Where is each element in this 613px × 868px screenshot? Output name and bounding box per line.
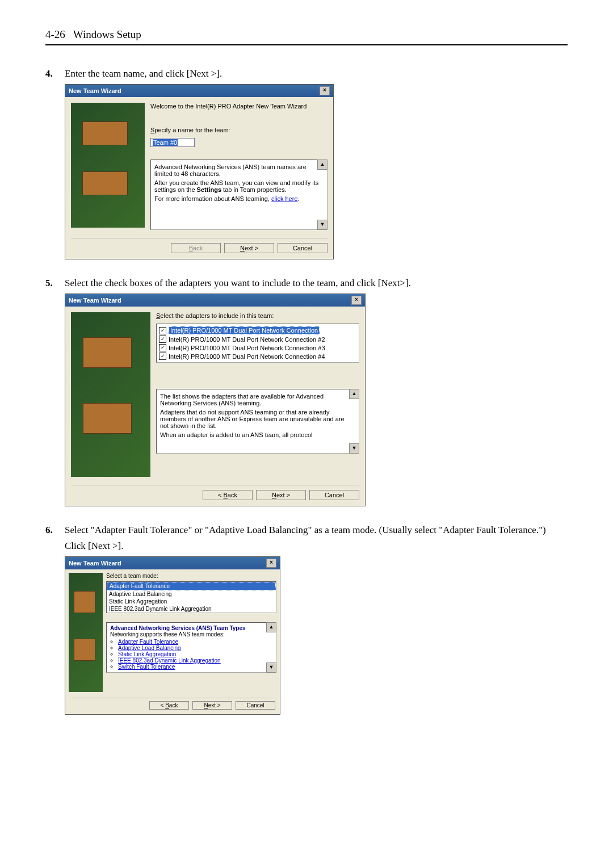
adapter-item-4[interactable]: Intel(R) PRO/1000 MT Dual Port Network C…	[159, 352, 356, 360]
close-icon[interactable]: ×	[351, 296, 362, 305]
checkbox-icon[interactable]	[159, 353, 166, 360]
dialog-title: New Team Wizard	[69, 297, 121, 304]
cancel-button[interactable]: Cancel	[309, 490, 359, 500]
mode-item-aft[interactable]: Adapter Fault Tolerance	[107, 582, 276, 590]
scroll-up-icon[interactable]: ▲	[349, 389, 359, 399]
mode-item-sla[interactable]: Static Link Aggregation	[107, 598, 276, 605]
titlebar: New Team Wizard ×	[65, 557, 280, 569]
page-title: Windows Setup	[73, 28, 141, 40]
help-link-8023ad[interactable]: IEEE 802.3ad Dynamic Link Aggregation	[118, 657, 221, 664]
step-4-number: 4.	[45, 68, 65, 270]
adapters-label: Select the adapters to include in this t…	[156, 312, 359, 319]
new-team-wizard-dialog-1: New Team Wizard × Welcome to the Intel(R…	[65, 84, 334, 259]
cancel-button[interactable]: Cancel	[278, 243, 328, 253]
step-5-text: Select the check boxes of the adapters y…	[65, 278, 568, 289]
help-link-alb[interactable]: Adaptive Load Balancing	[118, 645, 181, 651]
next-button[interactable]: Next >	[224, 243, 274, 253]
adapter-item-1[interactable]: Intel(R) PRO/1000 MT Dual Port Network C…	[159, 326, 356, 335]
adapter-item-2[interactable]: Intel(R) PRO/1000 MT Dual Port Network C…	[159, 335, 356, 343]
adapter-item-3[interactable]: Intel(R) PRO/1000 MT Dual Port Network C…	[159, 343, 356, 352]
scroll-down-icon[interactable]: ▼	[266, 662, 276, 673]
wizard-side-image	[71, 312, 150, 477]
step-5-number: 5.	[45, 278, 65, 517]
ans-info-text: ▲ Advanced Networking Services (ANS) tea…	[150, 160, 328, 230]
mode-item-alb[interactable]: Adaptive Load Balancing	[107, 590, 276, 598]
wizard-side-image	[69, 573, 103, 692]
team-name-label: Specify a name for the team:	[150, 127, 328, 133]
scroll-up-icon[interactable]: ▲	[317, 160, 328, 170]
back-button[interactable]: < Back	[149, 701, 189, 710]
step-6-number: 6.	[45, 525, 65, 725]
next-button[interactable]: Next >	[256, 490, 306, 500]
adapter-info-text: ▲ The list shows the adapters that are a…	[156, 389, 359, 454]
checkbox-icon[interactable]	[159, 336, 166, 343]
new-team-wizard-dialog-2: New Team Wizard × Select the adapters to…	[65, 293, 366, 506]
titlebar: New Team Wizard ×	[65, 294, 365, 307]
next-button[interactable]: Next >	[192, 701, 232, 710]
ans-types-help: ▲ Advanced Networking Services (ANS) Tea…	[106, 622, 276, 673]
dialog-title: New Team Wizard	[69, 87, 121, 94]
scroll-down-icon[interactable]: ▼	[349, 443, 359, 454]
help-link-sla[interactable]: Static Link Aggregation	[118, 651, 176, 657]
team-name-input[interactable]: Team #0	[150, 138, 195, 147]
step-4-text: Enter the team name, and click [Next >].	[65, 68, 568, 79]
welcome-text: Welcome to the Intel(R) PRO Adapter New …	[150, 103, 328, 110]
close-icon[interactable]: ×	[320, 86, 330, 95]
mode-list[interactable]: Adapter Fault Tolerance Adaptive Load Ba…	[106, 581, 276, 613]
close-icon[interactable]: ×	[266, 559, 276, 568]
new-team-wizard-dialog-3: New Team Wizard × Select a team mode: Ad…	[65, 556, 280, 715]
page-number: 4-26	[45, 28, 65, 40]
help-link-sft[interactable]: Switch Fault Tolerance	[118, 664, 175, 670]
wizard-side-image	[71, 103, 145, 228]
help-link-aft[interactable]: Adapter Fault Tolerance	[118, 639, 178, 645]
adapters-list[interactable]: Intel(R) PRO/1000 MT Dual Port Network C…	[156, 324, 359, 363]
mode-item-8023ad[interactable]: IEEE 802.3ad Dynamic Link Aggregation	[107, 605, 276, 613]
click-here-link[interactable]: click here	[271, 195, 297, 202]
scroll-down-icon[interactable]: ▼	[317, 220, 328, 230]
cancel-button[interactable]: Cancel	[236, 701, 275, 710]
scroll-up-icon[interactable]: ▲	[266, 622, 276, 632]
dialog-title: New Team Wizard	[69, 560, 121, 567]
page-header: 4-26 Windows Setup	[45, 28, 568, 41]
header-rule	[45, 44, 568, 45]
mode-label: Select a team mode:	[106, 573, 276, 579]
titlebar: New Team Wizard ×	[65, 85, 333, 97]
step-6-text-2: Click [Next >].	[65, 540, 568, 552]
checkbox-icon[interactable]	[159, 327, 166, 334]
checkbox-icon[interactable]	[159, 344, 166, 351]
step-6-text-1: Select "Adapter Fault Tolerance" or "Ada…	[65, 525, 568, 536]
back-button[interactable]: < Back	[203, 490, 253, 500]
back-button[interactable]: Back	[171, 243, 221, 253]
